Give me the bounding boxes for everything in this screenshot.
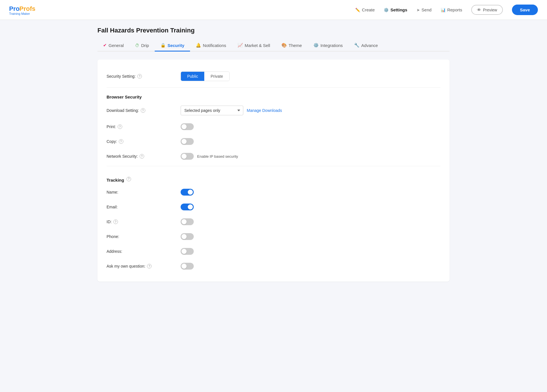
eye-icon: 👁 [477, 7, 481, 12]
top-navigation: Pro Profs Training Maker ✏️ Create ⚙️ Se… [0, 0, 547, 20]
settings-icon: ⚙️ [384, 8, 389, 12]
address-toggle[interactable] [181, 248, 194, 255]
nav-send[interactable]: ➤ Send [417, 7, 432, 12]
copy-control [181, 138, 194, 145]
network-security-label: Network Security: ? [107, 154, 181, 159]
tab-theme[interactable]: 🎨 Theme [276, 40, 308, 52]
tracking-id-label: ID: ? [107, 219, 181, 224]
divider-2 [107, 166, 440, 166]
copy-slider [181, 138, 194, 145]
name-toggle[interactable] [181, 189, 194, 196]
manage-downloads-link[interactable]: Manage Downloads [247, 108, 282, 113]
public-option[interactable]: Public [181, 72, 204, 81]
tracking-phone-label: Phone: [107, 234, 181, 239]
browser-security-header: Browser Security [107, 90, 440, 102]
own-question-toggle[interactable] [181, 263, 194, 270]
page-content: Fall Hazards Prevention Training ✔ Gener… [88, 20, 459, 288]
tracking-phone-control [181, 233, 194, 240]
phone-slider [181, 233, 194, 240]
tab-advance[interactable]: 🔧 Advance [348, 40, 383, 52]
download-label: Download Setting: ? [107, 108, 181, 113]
nav-reports[interactable]: 📊 Reports [441, 7, 462, 12]
tracking-email-row: Email: [107, 200, 440, 214]
drip-tab-icon: ⏱ [135, 43, 139, 48]
save-button[interactable]: Save [512, 5, 538, 15]
tracking-email-label: Email: [107, 205, 181, 209]
tab-general[interactable]: ✔ General [97, 40, 129, 52]
tabs-bar: ✔ General ⏱ Drip 🔒 Security 🔔 Notificati… [97, 40, 450, 52]
tracking-own-question-label: Ask my own question: ? [107, 264, 181, 268]
tab-notifications[interactable]: 🔔 Notifications [190, 40, 232, 52]
public-private-toggle: Public Private [181, 71, 230, 81]
divider-1 [107, 87, 440, 88]
tab-integrations[interactable]: ⚙️ Integrations [308, 40, 348, 52]
download-control: No Download Selected pages only All page… [181, 106, 282, 115]
tracking-header: Tracking [107, 173, 124, 185]
print-label: Print: ? [107, 124, 181, 129]
logo: Pro Profs Training Maker [9, 3, 46, 17]
id-toggle[interactable] [181, 218, 194, 225]
security-setting-label: Security Setting: ? [107, 74, 181, 79]
general-tab-icon: ✔ [103, 43, 107, 48]
download-dropdown[interactable]: No Download Selected pages only All page… [181, 106, 243, 115]
print-setting-row: Print: ? [107, 119, 440, 134]
tracking-address-control [181, 248, 194, 255]
security-setting-row: Security Setting: ? Public Private [107, 67, 440, 85]
network-security-control: Enable IP based security [181, 153, 238, 160]
tab-market-sell[interactable]: 📈 Market & Sell [232, 40, 276, 52]
integrations-tab-icon: ⚙️ [313, 43, 319, 48]
svg-text:Training Maker: Training Maker [9, 12, 30, 15]
network-security-slider [181, 153, 194, 160]
tab-drip[interactable]: ⏱ Drip [129, 40, 155, 52]
security-setting-help-icon[interactable]: ? [137, 74, 142, 79]
address-slider [181, 248, 194, 255]
email-toggle[interactable] [181, 204, 194, 210]
private-option[interactable]: Private [204, 72, 229, 81]
tab-security[interactable]: 🔒 Security [155, 40, 190, 52]
network-security-help-icon[interactable]: ? [140, 154, 144, 159]
security-tab-icon: 🔒 [160, 43, 166, 48]
tracking-address-label: Address: [107, 249, 181, 254]
tracking-help-icon[interactable]: ? [126, 177, 131, 181]
tracking-own-question-row: Ask my own question: ? [107, 259, 440, 274]
send-icon: ➤ [417, 8, 420, 12]
network-security-row: Network Security: ? Enable IP based secu… [107, 149, 440, 164]
print-toggle[interactable] [181, 123, 194, 130]
nav-settings[interactable]: ⚙️ Settings [384, 7, 407, 12]
advance-tab-icon: 🔧 [354, 43, 360, 48]
id-help-icon[interactable]: ? [113, 219, 118, 224]
tracking-own-question-control [181, 263, 194, 270]
notifications-tab-icon: 🔔 [196, 43, 201, 48]
preview-button[interactable]: 👁 Preview [471, 5, 503, 15]
download-setting-row: Download Setting: ? No Download Selected… [107, 102, 440, 119]
network-security-helper-text: Enable IP based security [197, 154, 238, 159]
svg-text:Pro: Pro [9, 5, 20, 12]
market-tab-icon: 📈 [238, 43, 243, 48]
logo-image: Pro Profs Training Maker [9, 3, 46, 17]
network-security-toggle[interactable] [181, 153, 194, 160]
theme-tab-icon: 🎨 [281, 43, 287, 48]
tracking-phone-row: Phone: [107, 229, 440, 244]
page-title: Fall Hazards Prevention Training [97, 27, 450, 34]
reports-icon: 📊 [441, 8, 446, 12]
own-question-help-icon[interactable]: ? [147, 264, 152, 268]
tracking-id-row: ID: ? [107, 214, 440, 229]
svg-text:Profs: Profs [19, 5, 35, 12]
tracking-name-label: Name: [107, 190, 181, 194]
copy-setting-row: Copy: ? [107, 134, 440, 149]
download-help-icon[interactable]: ? [141, 108, 145, 113]
id-slider [181, 218, 194, 225]
copy-help-icon[interactable]: ? [119, 139, 123, 144]
print-help-icon[interactable]: ? [118, 124, 122, 129]
print-control [181, 123, 194, 130]
nav-create[interactable]: ✏️ Create [355, 7, 375, 12]
copy-toggle[interactable] [181, 138, 194, 145]
nav-items: ✏️ Create ⚙️ Settings ➤ Send 📊 Reports 👁… [355, 5, 538, 15]
settings-panel: Security Setting: ? Public Private Brows… [97, 59, 450, 282]
copy-label: Copy: ? [107, 139, 181, 144]
tracking-email-control [181, 204, 194, 210]
phone-toggle[interactable] [181, 233, 194, 240]
print-slider [181, 123, 194, 130]
tracking-header-row: Tracking ? [107, 173, 440, 185]
email-slider [181, 204, 194, 210]
